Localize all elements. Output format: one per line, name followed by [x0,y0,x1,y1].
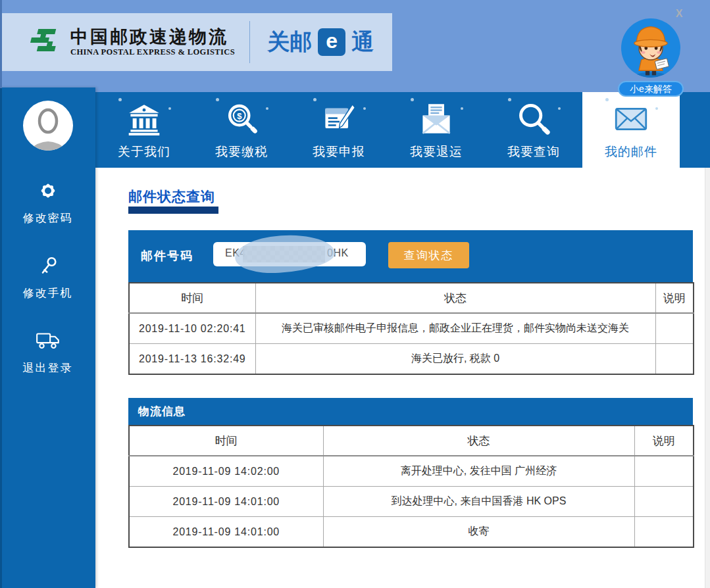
nav-item-label: 我的邮件 [605,143,657,160]
nav-item-track-query[interactable]: 我要查询 [485,92,582,168]
table-header-row: 时间 状态 说明 [129,283,694,313]
col-header-note: 说明 [634,426,694,456]
query-status-button[interactable]: 查询状态 [388,242,469,268]
col-header-status: 状态 [255,283,655,313]
title-underline [128,207,218,214]
cell-status: 海关已放行, 税款 0 [255,344,655,375]
assistant-badge[interactable]: 小e来解答 [618,81,684,97]
nav-item-label: 我要申报 [313,143,365,160]
brand-text: 中国邮政速递物流 CHINA POSTAL EXPRESS & LOGISTIC… [70,28,235,57]
window-left-edge [0,0,2,92]
nav-item-label: 关于我们 [118,143,170,160]
truck-icon [35,330,61,352]
gear-icon [38,180,59,202]
brand-name-cn: 中国邮政速递物流 [70,28,235,46]
cell-time: 2019-11-13 16:32:49 [129,344,255,375]
china-post-emblem [27,24,63,60]
status-table: 时间 状态 说明 2019-11-10 02:20:41 海关已审核邮件电子申报… [128,282,694,375]
cell-note [655,344,694,375]
logistics-table: 时间 状态 说明 2019-11-09 14:02:00 离开处理中心, 发往中… [128,425,694,548]
sidebar-item-label: 退出登录 [23,360,73,376]
logistics-section-header: 物流信息 [128,398,693,425]
table-row: 2019-11-09 14:01:00 到达处理中心, 来自中国香港 HK OP… [129,487,694,517]
bank-icon [126,101,162,137]
tax-search-icon: $ [224,101,259,137]
cell-time: 2019-11-09 14:02:00 [129,456,323,487]
nav-item-declare[interactable]: 我要申报 [290,92,388,168]
page-title: 邮件状态查询 [128,187,215,206]
envelope-icon [613,101,649,137]
cell-status: 到达处理中心, 来自中国香港 HK OPS [323,487,634,517]
mail-number-label: 邮件号码 [141,230,193,282]
query-bar: 邮件号码 EK4 0HK 查询状态 [128,230,693,282]
sidebar: 修改密码 修改手机 退出登录 [0,87,95,588]
col-header-note: 说明 [655,283,694,313]
sidebar-item-change-phone[interactable]: 修改手机 [23,255,73,301]
col-header-status: 状态 [323,426,634,456]
cell-note [634,456,694,487]
brand-panel: 中国邮政速递物流 CHINA POSTAL EXPRESS & LOGISTIC… [2,13,392,71]
mascot-illustration [621,18,680,78]
close-button[interactable]: X [671,6,687,22]
nav-item-about-us[interactable]: 关于我们 [95,92,193,168]
assistant-mascot[interactable] [621,18,680,78]
scrollbar-track[interactable] [705,168,710,588]
nav-item-my-mail[interactable]: 我的邮件 [582,92,680,168]
main-content: 邮件状态查询 邮件号码 EK4 0HK 查询状态 时间 状态 说明 2019-1… [95,168,710,588]
sidebar-item-label: 修改手机 [23,285,73,301]
cell-time: 2019-11-09 14:01:00 [129,517,323,548]
search-icon [516,101,551,137]
redaction-blob [234,232,336,276]
table-row: 2019-11-10 02:20:41 海关已审核邮件电子申报信息，邮政企业正在… [129,313,694,344]
cell-time: 2019-11-10 02:20:41 [129,313,255,344]
table-header-row: 时间 状态 说明 [129,426,694,456]
svg-text:$: $ [237,111,242,121]
product-logo-e-badge: e [318,28,345,56]
brand-name-en: CHINA POSTAL EXPRESS & LOGISTICS [70,48,235,57]
product-logo-right: 通 [351,27,374,57]
brand-divider [249,21,250,63]
cell-note [634,487,694,517]
window-left-edge-lower [0,88,2,588]
nav-item-pay-tax[interactable]: $ 我要缴税 [193,92,290,168]
sidebar-item-logout[interactable]: 退出登录 [23,330,73,376]
return-mail-icon [418,101,454,137]
cell-note [634,517,694,548]
table-row: 2019-11-09 14:02:00 离开处理中心, 发往中国 广州经济 [129,456,694,487]
sidebar-item-label: 修改密码 [23,210,73,226]
product-logo: 关邮 e 通 [267,27,374,57]
sidebar-item-change-password[interactable]: 修改密码 [23,180,73,226]
declare-form-icon [321,101,357,137]
product-logo-left: 关邮 [267,27,312,57]
cell-status: 海关已审核邮件电子申报信息，邮政企业正在理货，邮件实物尚未送交海关 [255,313,655,344]
nav-item-label: 我要缴税 [215,143,268,160]
table-row: 2019-11-13 16:32:49 海关已放行, 税款 0 [129,344,694,375]
main-nav: 关于我们 $ 我要缴税 我要申报 [95,92,710,168]
col-header-time: 时间 [129,283,255,313]
nav-item-return-shipment[interactable]: 我要退运 [388,92,485,168]
col-header-time: 时间 [129,426,323,456]
cell-time: 2019-11-09 14:01:00 [129,487,323,517]
table-row: 2019-11-09 14:01:00 收寄 [129,517,694,548]
nav-item-label: 我要退运 [410,143,463,160]
cell-status: 离开处理中心, 发往中国 广州经济 [323,456,634,487]
key-icon [38,255,59,277]
cell-status: 收寄 [323,517,634,548]
avatar [23,101,73,151]
user-silhouette-icon [23,101,73,151]
nav-item-label: 我要查询 [507,143,560,160]
cell-note [655,313,694,344]
mail-number-input[interactable]: EK4 0HK [213,242,366,266]
